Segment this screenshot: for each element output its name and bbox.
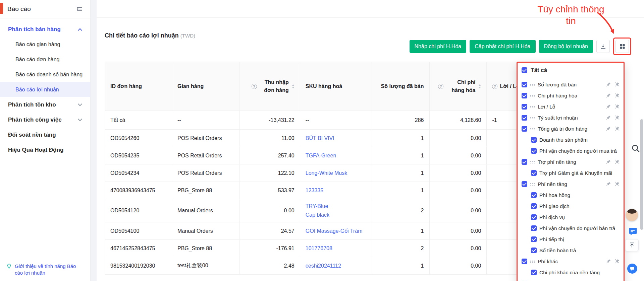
sort-icon[interactable] [292,84,294,88]
sidebar-item-operation-performance[interactable]: Hiệu Quả Hoạt Động [0,142,90,157]
collapse-sidebar-icon[interactable] [76,6,83,12]
column-option-other-platform-costs[interactable]: Chi phí khác của nền tảng [518,267,624,278]
search-float-button[interactable] [631,143,641,153]
sidebar-item-platform-reconciliation[interactable]: Đối soát nền tảng [0,127,90,142]
pin-off-icon[interactable] [614,93,620,98]
column-option-buyer-shipping-fee[interactable]: Phí vận chuyển do người mua trả [518,145,624,156]
checkbox-checked-icon[interactable] [531,192,537,198]
column-option-product-revenue[interactable]: Doanh thu sản phẩm [518,134,624,145]
column-option-marketing-fee[interactable]: Phí tiếp thị [518,234,624,245]
sku-link[interactable]: ceshi20241112 [306,263,341,269]
sidebar-item-profit-report[interactable]: Báo cáo lợi nhuận [0,82,90,97]
checkbox-checked-icon[interactable] [522,126,527,132]
drag-handle-icon[interactable] [530,105,535,108]
checkbox-checked-icon[interactable] [531,137,537,143]
pin-icon[interactable] [606,126,611,131]
column-option-order-time[interactable]: Thời gian đặt đơn [518,278,624,281]
user-avatar[interactable] [626,209,638,221]
checkbox-checked-icon[interactable] [531,236,537,242]
checkbox-checked-icon[interactable] [531,214,537,220]
update-product-cost-button[interactable]: Cập nhật chi phí H.Hóa [470,40,535,53]
sku-link[interactable]: Long-White Musk [306,170,347,176]
sku-link[interactable]: BÚT BI VIVI [306,135,334,141]
help-icon[interactable] [438,84,443,89]
sidebar-section-work-analysis[interactable]: Phân tích công việc [0,112,90,127]
pin-icon[interactable] [606,259,611,264]
pin-off-icon[interactable] [614,115,620,120]
sku-link[interactable]: GOI Massage-Gối Trám [306,228,363,234]
checkbox-checked-icon[interactable] [531,225,537,231]
pin-off-icon[interactable] [614,159,620,164]
pin-off-icon[interactable] [614,82,620,87]
checkbox-checked-icon[interactable] [522,115,527,121]
import-product-cost-button[interactable]: Nhập chi phí H.Hóa [410,40,467,53]
column-option-commission-fee[interactable]: Phí hoa hồng [518,190,624,201]
checkbox-checked-icon[interactable] [531,270,537,275]
pin-off-icon[interactable] [614,259,620,264]
pin-icon[interactable] [606,82,611,87]
chat-float-button[interactable] [628,226,638,236]
pin-icon[interactable] [606,104,611,109]
help-icon[interactable] [252,84,257,89]
drag-handle-icon[interactable] [530,160,535,163]
sku-link[interactable]: 123335 [306,188,323,193]
column-option-discount-promo-subsidy[interactable]: Trợ phí Giảm giá & Khuyến mãi [518,167,624,179]
sku-link[interactable]: 101776708 [306,245,332,251]
column-option-service-fee[interactable]: Phi dịch vụ [518,212,624,223]
column-option-transaction-fee[interactable]: Phí giao dịch [518,201,624,212]
download-button[interactable] [596,40,610,53]
checkbox-checked-icon[interactable] [531,248,537,253]
checkbox-checked-icon[interactable] [522,82,527,87]
page-scrollbar-track[interactable] [640,0,643,281]
customize-columns-button[interactable] [615,40,629,53]
column-option-platform-subsidy[interactable]: Trợ phí nền tảng [518,156,624,167]
column-option-total-order-value[interactable]: Tổng giá trị đơn hàng [518,123,624,134]
pin-off-icon[interactable] [614,182,620,187]
drag-handle-icon[interactable] [530,183,535,186]
checkbox-checked-icon[interactable] [522,104,527,110]
checkbox-checked-icon[interactable] [522,259,527,264]
drag-handle-icon[interactable] [530,260,535,263]
back-to-top-button[interactable] [625,239,639,251]
checkbox-checked-icon[interactable] [531,170,537,176]
pin-off-icon[interactable] [614,104,620,109]
sort-icon[interactable] [478,84,481,88]
checkbox-checked-icon[interactable] [522,93,527,98]
sidebar-section-inventory-analysis[interactable]: Phân tích tồn kho [0,97,90,112]
column-option-qty-sold[interactable]: Số lượng đã bán [518,79,624,90]
pin-icon[interactable] [606,93,611,98]
pin-off-icon[interactable] [614,126,620,131]
sku-link[interactable]: TRY-Blue Cap black [306,203,329,218]
checkbox-checked-icon[interactable] [522,181,527,187]
col-header-order-income[interactable]: Thu nhập đơn hàng [239,62,300,111]
select-all-row[interactable]: Tất cả [518,63,624,78]
sidebar-item-sales-report[interactable]: Báo cáo doanh số bán hàng [0,67,90,82]
checkbox-checked-icon[interactable] [531,203,537,209]
column-option-profit-loss[interactable]: Lời / Lỗ [518,101,624,112]
column-option-other-fees[interactable]: Phí khác [518,256,624,267]
col-header-goods-cost[interactable]: Chi phí hàng hóa [429,62,487,111]
column-option-profit-margin[interactable]: Tỷ suất lợi nhuận [518,112,624,123]
sidebar-item-order-report[interactable]: Báo cáo đơn hàng [0,52,90,67]
column-option-refund-amount[interactable]: Số tiền hoàn trả [518,245,624,256]
checkbox-checked-icon[interactable] [522,67,527,73]
drag-handle-icon[interactable] [530,116,535,119]
pin-icon[interactable] [606,182,611,187]
pin-icon[interactable] [606,115,611,120]
sidebar-item-store-report[interactable]: Báo cáo gian hàng [0,37,90,52]
support-float-button[interactable] [627,264,637,274]
sku-link[interactable]: TGFA-Green [306,153,336,158]
checkbox-checked-icon[interactable] [522,159,527,165]
drag-handle-icon[interactable] [530,127,535,130]
column-option-seller-shipping-fee[interactable]: Phí vận chuyển do người bán trả [518,223,624,234]
help-icon[interactable] [492,84,497,89]
drag-handle-icon[interactable] [530,94,535,97]
page-scrollbar-thumb[interactable] [640,119,643,230]
drag-handle-icon[interactable] [530,83,535,86]
column-option-goods-cost[interactable]: Chi phí hàng hóa [518,90,624,101]
checkbox-checked-icon[interactable] [531,148,537,154]
sidebar-section-sales-analysis[interactable]: Phân tích bán hàng [0,22,90,37]
column-option-platform-fee[interactable]: Phí nền tảng [518,179,624,190]
pin-icon[interactable] [606,159,611,164]
sync-profit-button[interactable]: Đồng bộ lợi nhuận [539,40,593,53]
